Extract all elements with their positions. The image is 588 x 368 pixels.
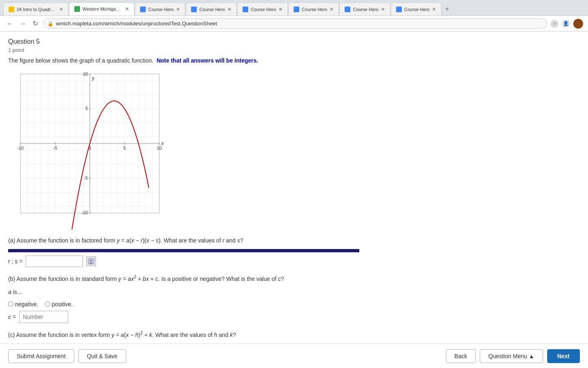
c-input-row: c = <box>8 311 359 323</box>
tab-favicon-2 <box>74 6 80 12</box>
a-sign-radio-group: negative. positive. <box>8 301 359 307</box>
formula-icon: ∑ <box>88 258 94 265</box>
tab-favicon-4 <box>191 7 197 12</box>
browser-actions: ☆ 👤 <box>550 19 583 29</box>
question-menu-button[interactable]: Question Menu ▲ <box>480 349 543 363</box>
tab-favicon-5 <box>243 7 248 12</box>
svg-text:∑: ∑ <box>90 259 93 264</box>
positive-label: positive. <box>52 301 73 307</box>
tab-1[interactable]: 24 Intro to Quadrat... ✕ <box>3 2 69 16</box>
intro-text: The figure below shows the graph of a qu… <box>8 57 154 64</box>
svg-text:-10: -10 <box>81 210 88 215</box>
forward-nav-button[interactable]: → <box>18 19 28 28</box>
back-nav-button[interactable]: ← <box>5 19 15 28</box>
tab-5[interactable]: Course Hero ✕ <box>237 2 288 16</box>
svg-text:-10: -10 <box>17 146 24 150</box>
tab-6[interactable]: Course Hero ✕ <box>288 2 339 16</box>
question-title: Question 5 <box>8 38 359 45</box>
next-button[interactable]: Next <box>547 349 580 363</box>
svg-text:5: 5 <box>85 106 88 111</box>
address-bar: ← → ↻ 🔒 wmich.mapleta.com/wmich/modules/… <box>0 16 588 31</box>
part-b-section: (b) Assume the function is in standard f… <box>8 274 359 323</box>
reload-button[interactable]: ↻ <box>31 19 40 28</box>
bottom-toolbar: Submit Assignment Quit & Save Back Quest… <box>0 343 588 368</box>
y-axis-label: y <box>91 75 95 81</box>
graph-container: -10 -5 0 5 10 10 5 -5 -10 x y <box>8 70 359 229</box>
quadratic-graph: -10 -5 0 5 10 10 5 -5 -10 x y <box>8 70 172 229</box>
negative-label: negative. <box>15 301 38 307</box>
url-text: wmich.mapleta.com/wmich/modules/unprocto… <box>56 20 217 27</box>
tab-close-7[interactable]: ✕ <box>381 7 385 12</box>
tab-favicon-8 <box>396 7 402 12</box>
formula-icon-button[interactable]: ∑ <box>86 256 96 266</box>
rs-input[interactable] <box>26 256 83 267</box>
tab-2[interactable]: Western Michigan ... ✕ <box>69 2 134 16</box>
browser-chrome: 24 Intro to Quadrat... ✕ Western Michiga… <box>0 0 588 31</box>
svg-text:-5: -5 <box>53 146 57 150</box>
tab-8[interactable]: Course Hero ✕ <box>391 2 441 16</box>
submit-assignment-button[interactable]: Submit Assignment <box>8 349 74 363</box>
tab-title-1: 24 Intro to Quadrat... <box>17 7 57 12</box>
positive-option[interactable]: positive. <box>45 301 73 307</box>
tab-title-2: Western Michigan ... <box>82 7 122 11</box>
points-label: 1 point <box>8 47 359 53</box>
back-button[interactable]: Back <box>446 349 476 363</box>
svg-text:5: 5 <box>123 146 126 150</box>
part-c-text: (c) Assume the function is in vertex for… <box>8 330 359 339</box>
url-bar[interactable]: 🔒 wmich.mapleta.com/wmich/modules/unproc… <box>43 18 547 29</box>
tab-title-4: Course Hero <box>199 7 225 12</box>
tab-4[interactable]: Course Hero ✕ <box>186 2 236 16</box>
tab-favicon-3 <box>140 7 146 12</box>
part-b-text: (b) Assume the function is in standard f… <box>8 274 359 283</box>
star-icon[interactable]: ☆ <box>550 20 559 28</box>
tab-close-5[interactable]: ✕ <box>278 7 283 12</box>
question-intro: The figure below shows the graph of a qu… <box>8 56 359 65</box>
tab-bar: 24 Intro to Quadrat... ✕ Western Michiga… <box>0 0 588 16</box>
user-avatar[interactable] <box>573 19 583 29</box>
tab-close-6[interactable]: ✕ <box>330 7 334 12</box>
quit-save-button[interactable]: Quit & Save <box>78 349 126 363</box>
tab-close-2[interactable]: ✕ <box>125 6 129 12</box>
negative-radio[interactable] <box>8 301 13 307</box>
part-a-section: (a) Assume the function is in factored f… <box>8 236 359 267</box>
note-text: Note that all answers will be integers. <box>156 57 258 64</box>
x-axis-label: x <box>161 141 164 146</box>
tab-7[interactable]: Course Hero ✕ <box>339 2 390 16</box>
svg-text:-5: -5 <box>84 175 88 180</box>
svg-text:10: 10 <box>83 72 88 76</box>
page-content: Question 5 1 point The figure below show… <box>0 38 368 368</box>
part-a-text: (a) Assume the function is in factored f… <box>8 236 359 245</box>
tab-title-3: Course Hero <box>148 7 174 12</box>
tab-favicon-7 <box>345 7 350 12</box>
c-input[interactable] <box>19 311 68 323</box>
question-header: Question 5 1 point <box>8 38 359 53</box>
profile-icon[interactable]: 👤 <box>562 20 570 28</box>
tab-title-8: Course Hero <box>404 7 430 12</box>
highlighted-answer-row <box>8 249 359 252</box>
rs-label: r ; s = <box>8 258 22 265</box>
tab-close-3[interactable]: ✕ <box>176 7 180 12</box>
new-tab-button[interactable]: + <box>442 3 452 15</box>
tab-close-8[interactable]: ✕ <box>432 7 436 12</box>
tab-title-7: Course Hero <box>353 7 378 12</box>
part-b-a-label: a is... <box>8 287 359 296</box>
tab-title-5: Course Hero <box>251 7 276 12</box>
lock-icon: 🔒 <box>47 21 53 27</box>
tab-favicon-1 <box>9 7 14 12</box>
tab-close-4[interactable]: ✕ <box>227 7 232 12</box>
positive-radio[interactable] <box>45 301 50 307</box>
tab-close-1[interactable]: ✕ <box>59 7 63 12</box>
rs-input-row: r ; s = ∑ <box>8 256 359 267</box>
tab-title-6: Course Hero <box>302 7 327 12</box>
tab-3[interactable]: Course Hero ✕ <box>135 2 185 16</box>
tab-favicon-6 <box>294 7 299 12</box>
negative-option[interactable]: negative. <box>8 301 38 307</box>
c-label: c = <box>8 314 16 320</box>
